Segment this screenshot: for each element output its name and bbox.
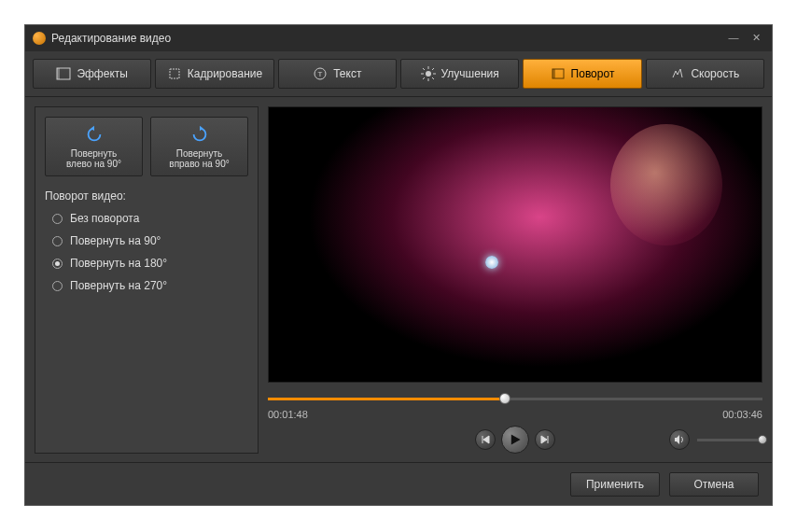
cancel-button[interactable]: Отмена [669, 472, 759, 497]
volume-slider[interactable] [697, 439, 762, 441]
rotate-panel: Повернуть влево на 90° Повернуть вправо … [35, 106, 259, 454]
radio-option-0[interactable]: Без поворота [52, 212, 248, 225]
prev-button[interactable] [475, 429, 496, 450]
rotate-right-label-2: вправо на 90° [169, 159, 229, 169]
content-area: Повернуть влево на 90° Повернуть вправо … [25, 97, 772, 463]
tab-label: Поворот [571, 67, 615, 80]
current-time: 00:01:48 [268, 409, 308, 420]
tab-text[interactable]: T Текст [278, 59, 397, 89]
rotate-right-button[interactable]: Повернуть вправо на 90° [150, 117, 248, 176]
tab-label: Скорость [691, 67, 739, 80]
svg-rect-15 [552, 69, 555, 78]
player-controls [268, 426, 762, 454]
close-button[interactable]: ✕ [748, 32, 764, 45]
rotate-icon [551, 66, 566, 81]
tab-rotate[interactable]: Поворот [523, 59, 641, 89]
minimize-button[interactable]: — [725, 32, 742, 45]
tab-label: Улучшения [441, 67, 499, 80]
radio-label: Повернуть на 180° [70, 257, 167, 270]
time-row: 00:01:48 00:03:46 [268, 409, 762, 420]
radio-label: Повернуть на 270° [70, 279, 167, 292]
tab-bar: Эффекты Кадрирование T Текст Улучшения П… [25, 51, 772, 97]
effects-icon [56, 66, 71, 81]
volume-thumb[interactable] [758, 435, 767, 444]
svg-line-10 [423, 68, 425, 70]
preview-frame [269, 107, 762, 382]
svg-rect-2 [170, 69, 179, 78]
svg-text:T: T [318, 70, 323, 78]
rotate-left-label-1: Повернуть [71, 148, 117, 159]
video-preview[interactable] [268, 106, 762, 383]
crop-icon [167, 66, 182, 81]
speed-icon [670, 66, 685, 81]
radio-indicator [52, 214, 63, 224]
tab-label: Текст [333, 67, 361, 80]
prev-icon [481, 435, 490, 444]
rotate-left-button[interactable]: Повернуть влево на 90° [45, 117, 143, 176]
radio-indicator [52, 259, 63, 269]
tab-label: Кадрирование [188, 67, 262, 80]
tab-effects[interactable]: Эффекты [33, 59, 151, 89]
seek-fill [268, 398, 505, 400]
radio-label: Повернуть на 90° [70, 234, 161, 247]
tab-crop[interactable]: Кадрирование [155, 59, 273, 89]
seek-thumb[interactable] [499, 393, 510, 404]
tab-label: Эффекты [77, 67, 128, 80]
app-icon [33, 32, 46, 45]
video-edit-window: Редактирование видео — ✕ Эффекты Кадриро… [24, 24, 773, 506]
rotate-right-label-1: Повернуть [176, 148, 222, 159]
seek-bar[interactable] [268, 390, 762, 407]
play-icon [509, 433, 522, 446]
radio-label: Без поворота [70, 212, 139, 225]
svg-line-11 [432, 77, 434, 79]
radio-option-2[interactable]: Повернуть на 180° [52, 257, 248, 270]
svg-line-12 [432, 68, 434, 70]
rotate-left-icon [84, 124, 105, 145]
tab-enhance[interactable]: Улучшения [400, 59, 519, 89]
radio-option-1[interactable]: Повернуть на 90° [52, 234, 248, 247]
next-button[interactable] [535, 429, 555, 450]
text-icon: T [313, 66, 328, 81]
volume-button[interactable] [669, 429, 690, 450]
tab-speed[interactable]: Скорость [646, 59, 764, 89]
svg-rect-1 [57, 68, 60, 79]
dialog-footer: Применить Отмена [25, 462, 772, 505]
volume-icon [674, 434, 685, 445]
rotate-section-label: Поворот видео: [45, 189, 248, 203]
play-button[interactable] [501, 426, 529, 454]
next-icon [540, 435, 550, 444]
radio-indicator [52, 281, 63, 291]
enhance-icon [421, 66, 436, 81]
window-title: Редактирование видео [51, 32, 720, 45]
titlebar: Редактирование видео — ✕ [25, 25, 772, 51]
radio-option-3[interactable]: Повернуть на 270° [52, 279, 248, 292]
svg-line-13 [423, 77, 425, 79]
preview-panel: 00:01:48 00:03:46 [268, 106, 762, 454]
svg-point-5 [426, 71, 431, 77]
rotate-right-icon [189, 124, 210, 145]
total-time: 00:03:46 [722, 409, 762, 420]
rotate-left-label-2: влево на 90° [66, 159, 121, 169]
apply-button[interactable]: Применить [570, 472, 660, 497]
radio-indicator [52, 236, 63, 246]
